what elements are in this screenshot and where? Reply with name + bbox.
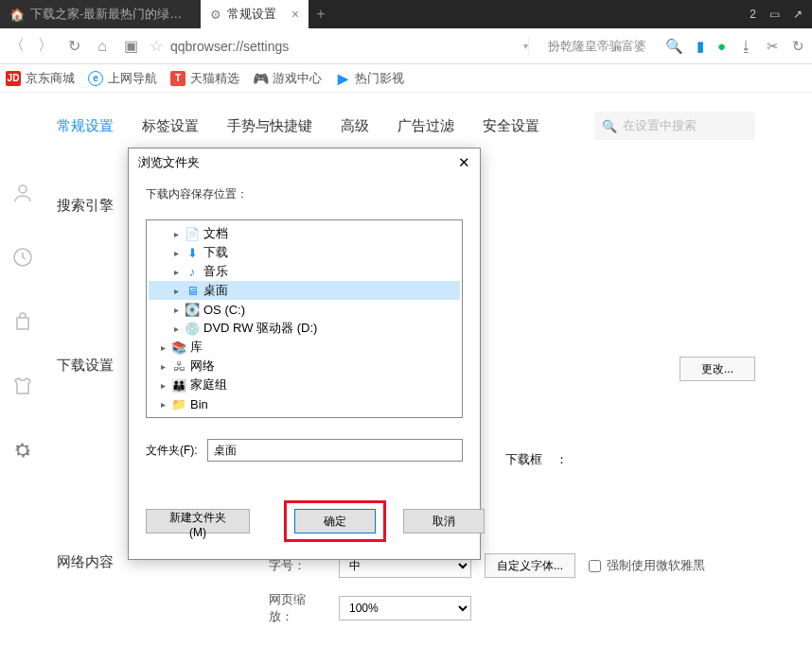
refresh-icon[interactable]: ↻ [792,38,804,55]
folder-field-label: 文件夹(F): [146,443,198,459]
jd-icon: JD [6,71,21,86]
person-icon[interactable] [9,180,36,206]
tab-security[interactable]: 安全设置 [483,117,539,135]
new-folder-button[interactable]: 新建文件夹(M) [146,509,250,533]
tree-item[interactable]: ▸🖧网络 [149,357,460,376]
new-tab-button[interactable]: + [309,6,332,23]
play-icon: ▶ [335,71,350,86]
tab-general[interactable]: 常规设置 [57,117,114,135]
tab-title: 下载之家-最新最热门的绿色软件下载 [30,6,191,23]
tree-item[interactable]: ▸📁Bin [149,394,460,413]
tree-item[interactable] [149,413,460,418]
tab-advanced[interactable]: 高级 [341,117,369,135]
bookmark-jd[interactable]: JD京东商城 [6,70,75,87]
search-placeholder: 在设置中搜索 [623,117,697,134]
tab-title: 常规设置 [227,6,276,23]
zoom-label: 网页缩放： [269,591,326,625]
book-icon[interactable]: ▣ [121,37,140,56]
dialog-titlebar: 浏览文件夹 ✕ [129,149,480,177]
shirt-icon[interactable] [9,373,36,399]
download-popup-label: 下载框 [505,451,542,468]
settings-tabs: 常规设置 标签设置 手势与快捷键 高级 广告过滤 安全设置 🔍 在设置中搜索 [57,112,755,140]
home-icon[interactable]: ⌂ [93,37,112,56]
search-icon: 🔍 [602,119,617,133]
browser-toolbar: 〈 〉 ↻ ⌂ ▣ ☆ qqbrowser://settings ▾ 扮乾隆皇帝… [0,28,812,64]
url-text: qqbrowser://settings [170,39,289,54]
cancel-button[interactable]: 取消 [403,509,485,533]
gear-icon[interactable] [9,437,36,463]
tab-gesture[interactable]: 手势与快捷键 [227,117,312,135]
browser-tab-inactive[interactable]: 🏠 下载之家-最新最热门的绿色软件下载 [0,0,201,28]
section-title: 网络内容 [57,553,151,625]
close-icon[interactable]: × [291,7,299,22]
phone-icon[interactable]: ▮ [697,38,704,55]
scissors-icon[interactable]: ✂ [767,38,779,55]
tab-adblock[interactable]: 广告过滤 [397,117,454,135]
bag-icon[interactable] [9,308,36,335]
star-icon[interactable]: ☆ [150,37,163,55]
window-actions: 2 ▭ ↗ [750,8,812,21]
change-button[interactable]: 更改... [680,357,755,381]
zoom-select[interactable]: 100% [339,596,471,620]
svg-point-0 [19,185,26,193]
chevron-down-icon[interactable]: ▾ [523,41,528,51]
restore-icon[interactable]: ↗ [793,8,803,21]
back-icon[interactable]: 〈 [8,37,26,56]
tree-item[interactable]: ▸📄文档 [149,224,460,243]
tree-item[interactable]: ▸🖥桌面 [149,281,460,300]
dialog-title: 浏览文件夹 [138,154,200,171]
clock-icon[interactable] [9,244,36,271]
search-suggestion[interactable]: 扮乾隆皇帝骗富婆 [538,38,656,55]
t-icon: T [170,71,185,86]
tree-item[interactable]: ▸👪家庭组 [149,376,460,394]
custom-font-button[interactable]: 自定义字体... [485,553,575,578]
bookmark-game[interactable]: 🎮游戏中心 [253,70,322,87]
menu-icon[interactable]: ▭ [769,8,780,21]
address-bar[interactable]: ☆ qqbrowser://settings ▾ [150,37,529,55]
forward-icon[interactable]: 〉 [36,37,55,56]
wechat-icon[interactable]: ● [717,38,726,54]
gear-icon: ⚙ [210,8,221,22]
settings-search[interactable]: 🔍 在设置中搜索 [594,112,755,140]
section-network: 网络内容 字号： 中 自定义字体... 强制使用微软雅黑 网页缩放： 100% [57,553,755,625]
tree-item[interactable]: ▸♪音乐 [149,262,460,281]
folder-tree[interactable]: ▸📄文档▸⬇下载▸♪音乐▸🖥桌面▸💽OS (C:)▸💿DVD RW 驱动器 (D… [146,219,463,418]
bookmark-nav[interactable]: e上网导航 [88,70,157,87]
reload-icon[interactable]: ↻ [64,37,83,56]
left-rail [9,180,36,463]
bookmark-tmall[interactable]: T天猫精选 [170,70,239,87]
ok-button[interactable]: 确定 [294,509,376,533]
search-icon[interactable]: 🔍 [665,38,683,55]
tree-item[interactable]: ▸💿DVD RW 驱动器 (D:) [149,319,460,338]
close-icon[interactable]: ✕ [458,154,470,171]
e-icon: e [88,71,103,86]
tree-item[interactable]: ▸⬇下载 [149,243,460,262]
bookmarks-bar: JD京东商城 e上网导航 T天猫精选 🎮游戏中心 ▶热门影视 [0,64,812,93]
tree-item[interactable]: ▸📚库 [149,338,460,357]
colon: ： [556,451,568,468]
browser-tab-active[interactable]: ⚙ 常规设置 × [201,0,309,28]
download-icon[interactable]: ⭳ [739,38,753,54]
window-title-bar: 🏠 下载之家-最新最热门的绿色软件下载 ⚙ 常规设置 × + 2 ▭ ↗ [0,0,812,28]
tab-count: 2 [750,8,756,21]
ok-highlight: 确定 [284,500,386,542]
tab-tabs[interactable]: 标签设置 [142,117,199,135]
bookmark-video[interactable]: ▶热门影视 [335,70,404,87]
folder-input[interactable] [207,439,463,462]
dialog-label: 下载内容保存位置： [146,186,463,202]
browse-folder-dialog: 浏览文件夹 ✕ 下载内容保存位置： ▸📄文档▸⬇下载▸♪音乐▸🖥桌面▸💽OS (… [128,148,481,560]
globe-icon: 🏠 [9,8,25,22]
tree-item[interactable]: ▸💽OS (C:) [149,300,460,319]
force-yahei-checkbox[interactable]: 强制使用微软雅黑 [589,557,705,574]
game-icon: 🎮 [253,71,268,86]
